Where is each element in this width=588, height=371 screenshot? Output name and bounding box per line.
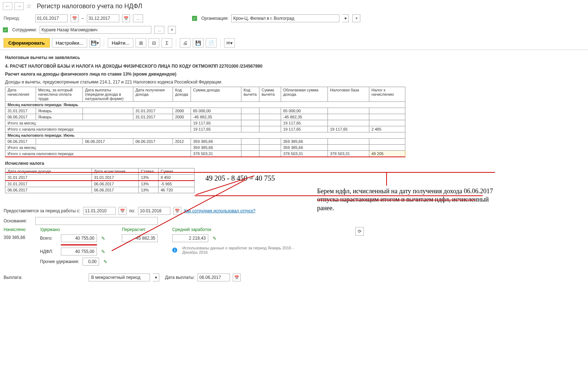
date-dash: –	[81, 16, 84, 21]
tax-row[interactable]: 06.06.2017 06.06.2017 13% 46 720	[5, 187, 195, 193]
expand-icon[interactable]: ⊞	[135, 38, 146, 47]
articles-line: Доходы и вычеты, предусмотренные статьям…	[5, 80, 583, 85]
page-title: Регистр налогового учета по НДФЛ	[37, 3, 142, 10]
th-tax-base: Налоговая база	[328, 87, 369, 102]
payment-select[interactable]: В межрасчетный период	[89, 273, 150, 281]
work-to-input[interactable]: 10.01.2016	[138, 207, 170, 215]
payment-dropdown-icon[interactable]: ▾	[153, 273, 159, 281]
accrued-label: Начислено	[4, 227, 26, 232]
table-row[interactable]: 06.06.2017 06.06.2017 06.06.2017 2012 35…	[5, 139, 405, 145]
tax-row[interactable]: 31.01.2017 06.06.2017 13% -5 965	[5, 181, 195, 187]
org-checkbox[interactable]: ✓	[192, 16, 197, 21]
calendar-icon[interactable]: 📅	[119, 207, 126, 215]
th-deduction-code: Код вычета	[241, 87, 259, 102]
date-from-input[interactable]: 01.01.2017	[35, 14, 68, 22]
avg-input[interactable]: 2 218,43	[172, 234, 208, 242]
subtotal-period-row: Итого с начала налогового периода: 378 5…	[5, 151, 405, 157]
table-header-row: Дата начисления Месяц, за который начисл…	[5, 87, 405, 102]
back-button[interactable]: ←	[3, 2, 12, 10]
emp-input[interactable]: Кураев Назар Магомедович	[40, 26, 151, 34]
withheld-label: Удержано	[40, 227, 107, 232]
recalc-label: Перерасчет	[122, 227, 158, 232]
total-label: Всего:	[40, 236, 58, 241]
tax-table: Дата получения дохода Дата исчисления Ст…	[5, 168, 195, 193]
emp-label: Сотрудники:	[12, 27, 37, 32]
period-picker-button[interactable]: ...	[133, 14, 143, 22]
calendar-from-icon[interactable]: 📅	[71, 14, 79, 22]
tax-header-row: Дата получения дохода Дата исчисления Ст…	[5, 168, 195, 175]
basis-input[interactable]	[35, 217, 158, 225]
edit-icon[interactable]: ✎	[103, 259, 107, 264]
th-income-code: Код дохода	[173, 87, 191, 102]
report-body: Налоговые вычеты не заявлялись 4. РАСЧЕТ…	[0, 50, 588, 197]
collapse-icon[interactable]: ⊟	[148, 38, 159, 47]
rate-line: Расчет налога на доходы физического лица…	[5, 72, 583, 77]
ndfl-input[interactable]: 40 755,00	[61, 248, 97, 255]
subtotal-month-row: Итого за месяц: 19 117,65 19 117,65	[5, 120, 405, 126]
info-icon: i	[172, 248, 177, 253]
vacation-usage-link[interactable]: Как сотрудник использовал отпуск?	[184, 208, 255, 213]
accrued-value: 359 385,66	[4, 235, 26, 240]
highlighted-tax-cell: 49 205	[369, 151, 405, 157]
save-settings-icon[interactable]: 💾▾	[89, 38, 100, 47]
deductions-line: Налоговые вычеты не заявлялись	[5, 55, 583, 60]
toolbar: Сформировать Настройки... 💾▾ Найти... ⊞ …	[0, 36, 588, 50]
basis-label: Основание:	[4, 218, 32, 223]
group-row-june: Месяц налогового периода: Июнь	[5, 132, 405, 139]
subtotal-month-row: Итого за месяц: 359 385,66 359 385,66	[5, 145, 405, 151]
th-deduction-sum: Сумма вычета	[259, 87, 281, 102]
th-income-sum: Сумма дохода	[191, 87, 241, 102]
work-from-input[interactable]: 11.01.2010	[83, 207, 116, 215]
section-header: 4. РАСЧЕТ НАЛОГОВОЙ БАЗЫ И НАЛОГА НА ДОХ…	[5, 64, 583, 69]
refresh-button[interactable]: ⟳	[355, 227, 364, 236]
date-to-input[interactable]: 31.12.2017	[87, 14, 119, 22]
filters-panel: Период: 01.01.2017 📅 – 31.12.2017 📅 ... …	[0, 12, 588, 36]
other-input[interactable]: 0,00	[83, 258, 99, 266]
emp-clear-button[interactable]: ×	[168, 26, 176, 34]
th-tax-accrual: Налог к начислению	[369, 87, 405, 102]
settings-button[interactable]: Настройки...	[52, 38, 87, 47]
table-row[interactable]: 31.01.2017 Январь 31.01.2017 2000 65 000…	[5, 108, 405, 114]
top-navigation: ← → ☆ Регистр налогового учета по НДФЛ	[0, 0, 588, 12]
org-clear-button[interactable]: ×	[352, 14, 360, 22]
excel-icon[interactable]: 📄	[206, 38, 217, 47]
form-button[interactable]: Сформировать	[4, 38, 50, 47]
sum-icon[interactable]: Σ	[161, 38, 172, 47]
save-icon[interactable]: 💾	[193, 38, 204, 47]
edit-icon[interactable]: ✎	[213, 236, 217, 241]
org-dropdown-icon[interactable]: ▾	[342, 14, 349, 22]
paydate-input[interactable]: 06.06.2017	[197, 273, 230, 281]
avg-label: Средний заработок	[172, 227, 298, 232]
tax-section-title: Исчислено налога	[5, 161, 583, 166]
tax-row[interactable]: 31.01.2017 31.01.2017 13% 8 450	[5, 175, 195, 181]
th-payment-date: Дата выплаты (передачи дохода в натураль…	[83, 87, 133, 102]
forward-button[interactable]: →	[14, 2, 24, 10]
calendar-to-icon[interactable]: 📅	[122, 14, 130, 22]
ndfl-label: НДФЛ:	[40, 249, 58, 254]
total-underline	[61, 244, 97, 245]
org-input[interactable]: Крон-Ц, Филиал в г. Волгоград	[231, 14, 339, 22]
emp-checkbox[interactable]: ✓	[3, 27, 8, 32]
calendar-icon[interactable]: 📅	[173, 207, 181, 215]
work-period-label: Предоставляется за период работы с:	[4, 208, 80, 213]
edit-icon[interactable]: ✎	[101, 236, 105, 241]
email-icon[interactable]: ✉▾	[224, 38, 235, 47]
table-row[interactable]: 06.06.2017 Январь 31.01.2017 2000 -45 88…	[5, 114, 405, 120]
info-text: Использованы данные о заработке за перио…	[182, 246, 298, 254]
total-input[interactable]: 40 755,00	[61, 234, 97, 242]
bottom-panel: Предоставляется за период работы с: 11.0…	[0, 203, 588, 286]
find-button[interactable]: Найти...	[108, 38, 133, 47]
th-accrual-date: Дата начисления	[5, 87, 36, 102]
print-icon[interactable]: 🖨	[180, 38, 191, 47]
payment-label: Выплата:	[4, 275, 32, 280]
other-label: Прочие удержания:	[40, 259, 80, 264]
th-income-date: Дата получения дохода	[133, 87, 173, 102]
subtotal-period-row: Итого с начала налогового периода: 19 11…	[5, 126, 405, 132]
period-label: Период:	[4, 16, 32, 21]
calendar-icon[interactable]: 📅	[233, 273, 241, 281]
recalc-value: -45 882,35	[122, 234, 158, 242]
favorite-icon[interactable]: ☆	[26, 2, 32, 10]
emp-picker-button[interactable]: ...	[154, 26, 164, 34]
edit-icon[interactable]: ✎	[101, 249, 105, 254]
income-table: Дата начисления Месяц, за который начисл…	[5, 87, 405, 157]
